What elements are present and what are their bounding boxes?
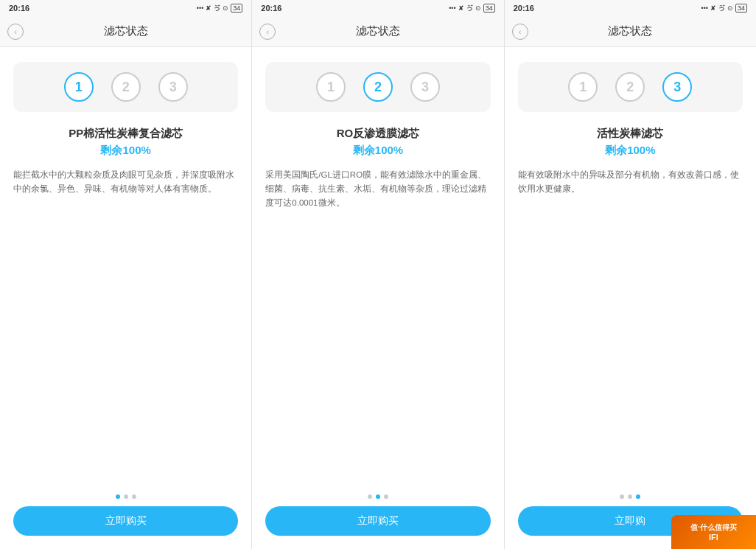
filter-description: 能拦截水中的大颗粒杂质及肉眼可见杂质，并深度吸附水中的余氯、异色、异味、有机物等… xyxy=(13,168,238,196)
tab-circle-3[interactable]: 3 xyxy=(410,72,440,102)
bluetooth-icon: ••• xyxy=(197,4,203,12)
chevron-left-icon: ‹ xyxy=(519,27,522,36)
filter-name: PP棉活性炭棒复合滤芯 xyxy=(69,127,183,141)
tab-card: 123 xyxy=(13,62,238,112)
tab-circle-2[interactable]: 2 xyxy=(111,72,141,102)
screen-content: 123PP棉活性炭棒复合滤芯剩余100%能拦截水中的大颗粒杂质及肉眼可见杂质，并… xyxy=(0,47,251,494)
battery-icon: 34 xyxy=(735,4,747,13)
filter-description: 采用美国陶氏/GL进口RO膜，能有效滤除水中的重金属、细菌、病毒、抗生素、水垢、… xyxy=(265,168,490,210)
tab-circle-1[interactable]: 1 xyxy=(316,72,346,102)
dot-3 xyxy=(132,494,136,499)
filter-name: 活性炭棒滤芯 xyxy=(597,127,663,141)
status-bar: 20:16 ••• ✘ ゔ ⊙ 34 xyxy=(505,0,756,16)
nav-bar: ‹滤芯状态 xyxy=(252,16,503,47)
bluetooth-symbol: ✘ xyxy=(458,4,464,12)
tab-circle-1[interactable]: 1 xyxy=(568,72,598,102)
phone-screen-3: 20:16 ••• ✘ ゔ ⊙ 34 ‹滤芯状态123活性炭棒滤芯剩余100%能… xyxy=(505,0,756,549)
back-button[interactable]: ‹ xyxy=(259,24,276,40)
buy-button[interactable]: 立即购买 xyxy=(13,506,238,536)
chevron-left-icon: ‹ xyxy=(14,27,17,36)
filter-name: RO反渗透膜滤芯 xyxy=(337,127,420,141)
bluetooth-icon: ••• xyxy=(701,4,708,12)
dot-3 xyxy=(384,494,388,499)
bottom-area: 立即购买 xyxy=(0,494,251,549)
remaining-percentage: 剩余100% xyxy=(353,144,403,158)
dot-3 xyxy=(636,494,640,499)
signal-icon: ゔ xyxy=(214,4,220,13)
bottom-area: 立即购买 xyxy=(252,494,503,549)
wifi-icon: ⊙ xyxy=(475,4,481,12)
dot-2 xyxy=(124,494,128,499)
page-dots xyxy=(620,494,640,499)
bluetooth-symbol: ✘ xyxy=(206,4,211,12)
signal-icon: ゔ xyxy=(718,4,725,13)
status-time: 20:16 xyxy=(514,4,534,13)
watermark-badge: 值·什么值得买IFl xyxy=(671,515,756,549)
screen-content: 123活性炭棒滤芯剩余100%能有效吸附水中的异味及部分有机物，有效改善口感，使… xyxy=(505,47,756,494)
dot-1 xyxy=(116,494,120,499)
tab-circle-3[interactable]: 3 xyxy=(662,72,692,102)
nav-bar: ‹滤芯状态 xyxy=(0,16,251,47)
bluetooth-icon: ••• xyxy=(449,4,455,12)
bluetooth-symbol: ✘ xyxy=(710,4,716,12)
status-icons: ••• ✘ ゔ ⊙ 34 xyxy=(449,4,494,13)
screen-content: 123RO反渗透膜滤芯剩余100%采用美国陶氏/GL进口RO膜，能有效滤除水中的… xyxy=(252,47,503,494)
nav-title: 滤芯状态 xyxy=(104,24,148,38)
status-bar: 20:16 ••• ✘ ゔ ⊙ 34 xyxy=(252,0,503,16)
remaining-percentage: 剩余100% xyxy=(605,144,655,158)
chevron-left-icon: ‹ xyxy=(266,27,269,36)
watermark-line1: 值·什么值得买 xyxy=(690,522,737,533)
signal-icon: ゔ xyxy=(466,4,473,13)
status-icons: ••• ✘ ゔ ⊙ 34 xyxy=(701,4,747,13)
status-bar: 20:16 ••• ✘ ゔ ⊙ 34 xyxy=(0,0,251,16)
battery-icon: 34 xyxy=(483,4,495,13)
page-dots xyxy=(116,494,136,499)
nav-title: 滤芯状态 xyxy=(608,24,652,38)
dot-2 xyxy=(628,494,632,499)
back-button[interactable]: ‹ xyxy=(512,24,528,40)
tab-card: 123 xyxy=(518,62,743,112)
nav-title: 滤芯状态 xyxy=(356,24,400,38)
dot-1 xyxy=(620,494,624,499)
wifi-icon: ⊙ xyxy=(223,4,228,12)
back-button[interactable]: ‹ xyxy=(7,24,24,40)
status-time: 20:16 xyxy=(9,4,29,13)
tab-circle-1[interactable]: 1 xyxy=(64,72,94,102)
phone-screen-1: 20:16 ••• ✘ ゔ ⊙ 34 ‹滤芯状态123PP棉活性炭棒复合滤芯剩余… xyxy=(0,0,252,549)
tab-circle-3[interactable]: 3 xyxy=(158,72,188,102)
dot-1 xyxy=(368,494,372,499)
status-time: 20:16 xyxy=(261,4,281,13)
filter-description: 能有效吸附水中的异味及部分有机物，有效改善口感，使饮用水更健康。 xyxy=(518,168,743,196)
tab-circle-2[interactable]: 2 xyxy=(363,72,393,102)
watermark-line2: IFl xyxy=(709,533,718,542)
tab-card: 123 xyxy=(265,62,490,112)
tab-circle-2[interactable]: 2 xyxy=(615,72,645,102)
status-icons: ••• ✘ ゔ ⊙ 34 xyxy=(197,4,242,13)
phone-screen-2: 20:16 ••• ✘ ゔ ⊙ 34 ‹滤芯状态123RO反渗透膜滤芯剩余100… xyxy=(252,0,504,549)
page-dots xyxy=(368,494,388,499)
buy-button[interactable]: 立即购买 xyxy=(265,506,490,536)
wifi-icon: ⊙ xyxy=(727,4,733,12)
battery-icon: 34 xyxy=(231,4,242,13)
dot-2 xyxy=(376,494,380,499)
nav-bar: ‹滤芯状态 xyxy=(505,16,756,47)
remaining-percentage: 剩余100% xyxy=(100,144,150,158)
